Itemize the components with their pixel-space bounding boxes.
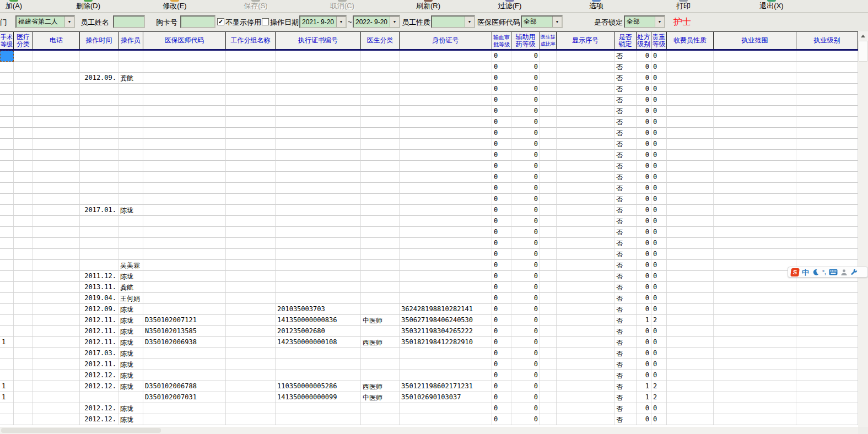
cell-locked[interactable]: 否 [614,205,637,216]
cell-doctor-commission[interactable] [540,117,557,128]
cell-display-order[interactable] [557,414,614,425]
cell-cashier-type[interactable] [667,414,714,425]
cell-rx-level[interactable]: 0 [637,139,651,150]
cell-blood-approval-level[interactable]: 0 [492,51,511,62]
cell-blood-approval-level[interactable]: 0 [492,216,511,227]
cell-display-order[interactable] [557,293,614,304]
hide-disabled-checkbox[interactable] [217,18,224,25]
cell-op-time[interactable] [80,183,118,194]
cell-cert-number[interactable] [276,348,361,359]
cell-practice-level[interactable] [796,315,858,326]
cell-doctor-commission[interactable] [540,414,557,425]
cell-practice-scope[interactable] [714,117,796,128]
cell-doctor-commission[interactable] [540,293,557,304]
cell-doctor-class[interactable] [361,238,400,249]
cell-locked[interactable]: 否 [614,381,637,392]
col-header-id-number[interactable]: 身份证号 [400,32,492,49]
cell-cashier-type[interactable] [667,95,714,106]
cell-display-order[interactable] [557,62,614,73]
cell-valuable-level[interactable]: 0 [651,304,667,315]
col-header-phone[interactable]: 电话 [33,32,80,49]
cell-surgery-grade[interactable] [0,227,14,238]
cell-work-group-name[interactable] [226,117,276,128]
cell-practice-scope[interactable] [714,348,796,359]
cell-display-order[interactable] [557,73,614,84]
cell-practice-scope[interactable] [714,337,796,348]
cell-ins-doctor-code[interactable] [143,150,226,161]
cell-surgery-grade[interactable]: 1 [0,392,14,403]
cell-cert-number[interactable] [276,62,361,73]
cell-locked[interactable]: 否 [614,172,637,183]
cell-cashier-type[interactable] [667,293,714,304]
cell-medical-class[interactable] [14,51,33,62]
cell-locked[interactable]: 否 [614,238,637,249]
cell-practice-scope[interactable] [714,370,796,381]
cell-practice-level[interactable] [796,106,858,117]
cell-rx-level[interactable]: 0 [637,326,651,337]
cell-work-group-name[interactable] [226,238,276,249]
cell-id-number[interactable] [400,216,492,227]
cell-doctor-class[interactable]: 西医师 [361,381,400,392]
cell-phone[interactable] [33,392,80,403]
cell-blood-approval-level[interactable]: 0 [492,73,511,84]
cell-operator[interactable] [118,51,143,62]
cell-practice-level[interactable] [796,337,858,348]
cell-op-time[interactable] [80,172,118,183]
cell-locked[interactable]: 否 [614,315,637,326]
cell-valuable-level[interactable]: 0 [651,205,667,216]
date-from-select[interactable]: 2021- 9-20 ▼ [299,15,347,28]
cell-id-number[interactable] [400,271,492,282]
cell-phone[interactable] [33,106,80,117]
cell-operator[interactable] [118,150,143,161]
cell-medical-class[interactable] [14,293,33,304]
cell-practice-level[interactable] [796,359,858,370]
cell-cashier-type[interactable] [667,315,714,326]
cell-work-group-name[interactable] [226,392,276,403]
cell-cert-number[interactable] [276,194,361,205]
cell-ins-doctor-code[interactable]: D350102006938 [143,337,226,348]
cell-phone[interactable] [33,359,80,370]
cell-doctor-commission[interactable] [540,106,557,117]
cell-doctor-class[interactable] [361,161,400,172]
cell-medical-class[interactable] [14,150,33,161]
cell-medical-class[interactable] [14,403,33,414]
cell-doctor-commission[interactable] [540,194,557,205]
cell-display-order[interactable] [557,51,614,62]
cell-doctor-class[interactable] [361,150,400,161]
cell-locked[interactable]: 否 [614,260,637,271]
scroll-up-icon[interactable] [858,31,868,40]
cell-phone[interactable] [33,205,80,216]
cell-phone[interactable] [33,381,80,392]
col-header-cashier-type[interactable]: 收费员性质 [667,32,714,49]
cell-medical-class[interactable] [14,249,33,260]
chevron-down-icon[interactable]: ▼ [390,17,399,27]
cell-cert-number[interactable] [276,282,361,293]
cell-op-time[interactable]: 2017.03. [80,348,118,359]
cell-op-time[interactable]: 2012.09. [80,304,118,315]
cell-rx-level[interactable]: 1 [637,381,651,392]
cell-doctor-commission[interactable] [540,73,557,84]
cell-valuable-level[interactable]: 0 [651,84,667,95]
cell-aux-drug-level[interactable]: 0 [511,139,540,150]
cell-surgery-grade[interactable] [0,128,14,139]
cell-work-group-name[interactable] [226,304,276,315]
cell-id-number[interactable] [400,117,492,128]
cell-locked[interactable]: 否 [614,139,637,150]
cell-id-number[interactable] [400,84,492,95]
cell-id-number[interactable]: 350182198412282910 [400,337,492,348]
cell-work-group-name[interactable] [226,348,276,359]
cell-cashier-type[interactable] [667,139,714,150]
cell-op-time[interactable] [80,84,118,95]
cell-phone[interactable] [33,227,80,238]
cell-aux-drug-level[interactable]: 0 [511,161,540,172]
cell-work-group-name[interactable] [226,62,276,73]
cell-cashier-type[interactable] [667,62,714,73]
badge-input[interactable] [180,15,215,28]
cell-blood-approval-level[interactable]: 0 [492,238,511,249]
cell-practice-scope[interactable] [714,150,796,161]
cell-cert-number[interactable] [276,216,361,227]
cell-surgery-grade[interactable] [0,172,14,183]
cell-rx-level[interactable]: 0 [637,227,651,238]
cell-blood-approval-level[interactable]: 0 [492,117,511,128]
cell-medical-class[interactable] [14,359,33,370]
